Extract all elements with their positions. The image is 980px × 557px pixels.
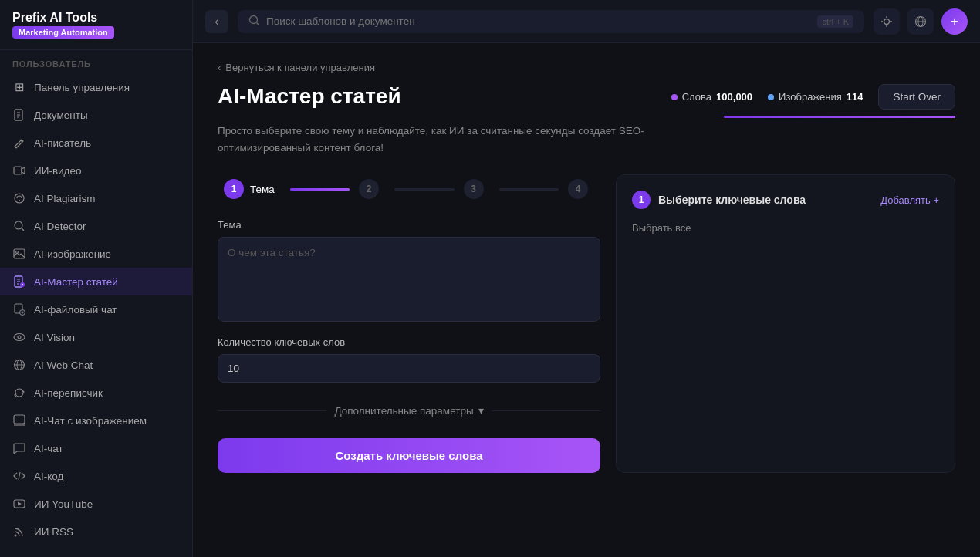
sidebar-item-ai-rss[interactable]: ИИ RSS	[0, 518, 192, 545]
sidebar-item-label: AI-код	[34, 471, 63, 482]
step-progress-1	[290, 188, 350, 191]
theme-toggle-button[interactable]	[874, 8, 900, 35]
keywords-count-group: Количество ключевых слов	[218, 336, 600, 383]
sidebar-item-ai-plagiarism[interactable]: AI Plagiarism	[0, 184, 192, 212]
sidebar-item-label: AI Plagiarism	[34, 193, 96, 204]
page-title: AI-Мастер статей	[218, 84, 401, 109]
sidebar-item-ai-chat-image[interactable]: AI-Чат с изображением	[0, 407, 192, 434]
chat-image-icon	[12, 414, 26, 427]
sidebar-item-ai-video[interactable]: ИИ-видео	[0, 157, 192, 184]
step-1-circle: 1	[224, 179, 244, 199]
svg-point-7	[15, 221, 22, 229]
advanced-label-text: Дополнительные параметры	[334, 405, 473, 417]
content-area: ‹ Вернуться к панели управления AI-Масте…	[193, 43, 980, 557]
search-icon	[248, 15, 260, 29]
sidebar-item-ai-code[interactable]: AI-код	[0, 462, 192, 490]
topbar: ‹ ctrl + K +	[193, 0, 980, 43]
sidebar-item-label: AI Web Chat	[34, 360, 93, 371]
select-all-button[interactable]: Выбрать все	[632, 222, 691, 234]
chevron-left-icon: ‹	[218, 62, 221, 73]
rss-icon	[12, 525, 26, 538]
advanced-label: Дополнительные параметры ▾	[334, 404, 483, 417]
sidebar: Prefix AI Tools Marketing Automation ПОЛ…	[0, 0, 193, 557]
keyword-panel-title: Выберите ключевые слова	[658, 194, 806, 206]
code-icon	[12, 469, 26, 483]
web-chat-icon	[12, 358, 26, 372]
svg-rect-23	[14, 415, 25, 424]
keyword-header: 1 Выберите ключевые слова Добавлять +	[632, 191, 939, 209]
svg-rect-9	[14, 249, 25, 258]
sidebar-section-label: ПОЛЬЗОВАТЕЛЬ	[0, 50, 192, 73]
dashboard-icon: ⊞	[12, 80, 26, 94]
topic-textarea[interactable]	[218, 237, 600, 322]
search-bar[interactable]: ctrl + K	[238, 10, 864, 33]
page-description: Просто выберите свою тему и наблюдайте, …	[218, 123, 657, 156]
step-1-label: Тема	[250, 184, 275, 195]
sidebar-item-label: ИИ RSS	[34, 526, 73, 538]
sidebar-item-label: AI-писатель	[34, 137, 91, 149]
add-keywords-button[interactable]: Добавлять +	[880, 194, 939, 206]
detector-icon	[12, 219, 26, 233]
advanced-line-right	[492, 410, 600, 411]
topic-group: Тема	[218, 219, 600, 324]
generate-keywords-button[interactable]: Создать ключевые слова	[218, 438, 600, 473]
youtube-icon	[12, 497, 26, 511]
svg-point-30	[884, 19, 890, 24]
svg-point-27	[15, 535, 17, 537]
svg-rect-4	[14, 167, 22, 174]
video-icon	[12, 164, 26, 177]
sidebar-item-label: AI-изображение	[34, 248, 111, 260]
keywords-count-input[interactable]	[218, 354, 600, 383]
sidebar-item-ai-chat[interactable]: AI-чат	[0, 434, 192, 462]
keywords-count-label: Количество ключевых слов	[218, 336, 600, 348]
images-value: 114	[847, 91, 863, 103]
sidebar-item-label: Документы	[34, 110, 88, 121]
sidebar-item-ai-vision[interactable]: AI Vision	[0, 323, 192, 351]
logo-title: Prefix AI Tools	[12, 11, 180, 25]
step-1: 1 Тема	[218, 174, 287, 204]
advanced-params-row[interactable]: Дополнительные параметры ▾	[218, 395, 600, 426]
sidebar-item-label: ИИ YouTube	[34, 498, 93, 510]
sidebar-item-ai-article-master[interactable]: AI-Мастер статей	[0, 268, 192, 295]
rewriter-icon	[12, 386, 26, 400]
topbar-actions: +	[874, 8, 968, 35]
writer-icon	[12, 136, 26, 150]
sidebar-item-ai-image[interactable]: AI-изображение	[0, 240, 192, 268]
sidebar-collapse-button[interactable]: ‹	[205, 10, 228, 33]
svg-point-19	[18, 336, 21, 339]
step-4-circle: 4	[568, 179, 588, 199]
image-icon	[12, 247, 26, 261]
language-button[interactable]	[907, 8, 934, 35]
back-link[interactable]: ‹ Вернуться к панели управления	[218, 62, 955, 73]
sidebar-item-label: Панель управления	[34, 82, 130, 93]
sidebar-item-ai-web-chat[interactable]: AI Web Chat	[0, 351, 192, 379]
sidebar-item-ai-file-chat[interactable]: AI-файловый чат	[0, 295, 192, 323]
keyword-num: 1	[632, 191, 651, 209]
progress-bar-fill	[724, 116, 955, 118]
images-label: Изображения	[779, 91, 842, 103]
sidebar-item-dashboard[interactable]: ⊞ Панель управления	[0, 73, 192, 101]
sidebar-item-ai-rewriter[interactable]: AI-переписчик	[0, 379, 192, 407]
sidebar-item-ai-detector[interactable]: AI Detector	[0, 212, 192, 240]
step-2-circle: 2	[359, 179, 379, 199]
file-chat-icon	[12, 302, 26, 316]
back-link-label: Вернуться к панели управления	[225, 62, 375, 73]
sidebar-item-label: AI Detector	[34, 221, 86, 232]
sidebar-item-ai-youtube[interactable]: ИИ YouTube	[0, 490, 192, 518]
svg-point-28	[250, 15, 258, 23]
logo-area: Prefix AI Tools Marketing Automation	[0, 0, 192, 50]
right-column: 1 Выберите ключевые слова Добавлять + Вы…	[616, 174, 955, 473]
start-over-button[interactable]: Start Over	[878, 84, 955, 110]
images-dot	[768, 94, 774, 100]
search-input[interactable]	[266, 15, 811, 27]
svg-line-29	[257, 22, 259, 25]
svg-line-8	[22, 228, 24, 231]
logo-subtitle: Marketing Automation	[12, 26, 114, 39]
sidebar-item-ai-writer[interactable]: AI-писатель	[0, 129, 192, 157]
sidebar-item-documents[interactable]: Документы	[0, 101, 192, 129]
sidebar-item-label: AI Vision	[34, 332, 75, 343]
chevron-down-icon: ▾	[478, 404, 484, 417]
user-avatar[interactable]: +	[941, 8, 968, 35]
svg-marker-26	[18, 502, 22, 506]
topic-label: Тема	[218, 219, 600, 231]
